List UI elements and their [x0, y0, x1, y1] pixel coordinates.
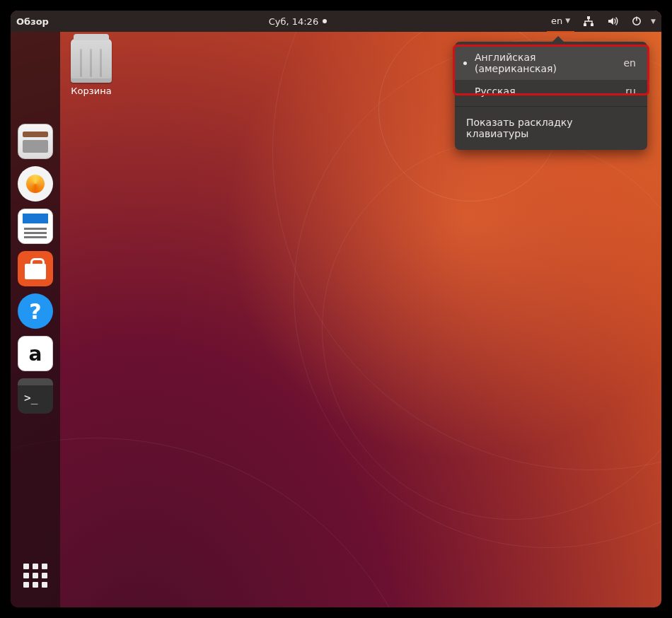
network-indicator[interactable]: [579, 11, 598, 32]
show-keyboard-layout-label: Показать раскладку клавиатуры: [466, 117, 636, 139]
dock-app-libreoffice-writer[interactable]: [18, 209, 53, 244]
layout-option-label: Русская: [475, 86, 516, 97]
show-keyboard-layout-action[interactable]: Показать раскладку клавиатуры: [455, 110, 647, 146]
dock-app-ubuntu-software[interactable]: [18, 251, 53, 286]
menu-separator: [455, 106, 647, 107]
dock-app-files[interactable]: [18, 124, 53, 159]
desktop-screen: Обзор Суб, 14:26 en ▼ ▼: [11, 11, 661, 607]
power-indicator[interactable]: [627, 11, 647, 32]
dock-app-amazon[interactable]: a: [18, 336, 53, 371]
layout-option-label: Английская (американская): [475, 52, 617, 74]
svg-rect-0: [587, 16, 590, 19]
trash-label: Корзина: [71, 86, 112, 96]
layout-option-english[interactable]: Английская (американская) en: [455, 46, 647, 80]
selected-dot-icon: [463, 62, 467, 65]
clock[interactable]: Суб, 14:26: [49, 16, 547, 27]
chevron-down-icon: ▼: [565, 17, 570, 24]
power-icon: [631, 16, 642, 27]
dock-app-thunderbird[interactable]: [18, 81, 53, 117]
volume-indicator[interactable]: [603, 11, 622, 32]
desktop-area[interactable]: Корзина: [71, 39, 112, 96]
show-applications-button[interactable]: [18, 558, 53, 593]
keyboard-layout-menu: Английская (американская) en Русская ru …: [455, 42, 647, 150]
top-panel: Обзор Суб, 14:26 en ▼ ▼: [11, 11, 661, 32]
trash-icon: [71, 39, 112, 83]
svg-rect-2: [591, 23, 593, 26]
dock: ? a: [11, 32, 60, 607]
dock-app-terminal[interactable]: [18, 378, 53, 414]
svg-rect-1: [584, 23, 586, 26]
dock-app-rhythmbox[interactable]: [18, 166, 53, 202]
keyboard-layout-code: en: [551, 16, 562, 26]
keyboard-layout-indicator[interactable]: en ▼: [547, 11, 574, 33]
system-menu-chevron-icon[interactable]: ▼: [651, 18, 656, 25]
notification-dot-icon: [323, 19, 327, 23]
activities-hot-corner[interactable]: Обзор: [16, 16, 49, 27]
svg-rect-4: [636, 17, 637, 21]
layout-option-russian[interactable]: Русская ru: [455, 80, 647, 103]
layout-option-code: en: [624, 57, 637, 69]
dock-app-firefox[interactable]: [18, 39, 53, 74]
dock-app-help[interactable]: ?: [18, 293, 53, 329]
layout-option-code: ru: [625, 86, 636, 97]
volume-icon: [607, 16, 618, 27]
trash-desktop-icon[interactable]: Корзина: [71, 39, 112, 96]
clock-text: Суб, 14:26: [269, 16, 319, 27]
network-wired-icon: [583, 16, 594, 27]
